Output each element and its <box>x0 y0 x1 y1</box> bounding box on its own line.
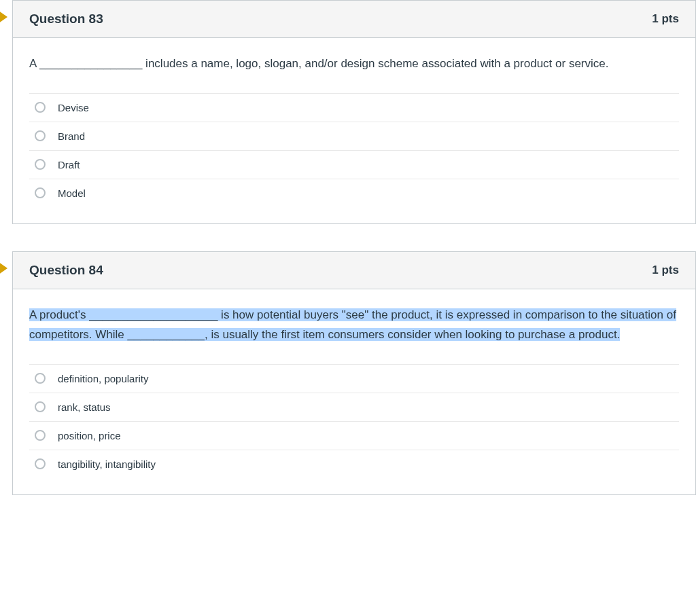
highlighted-text: consider when looking to purchase a prod… <box>387 328 620 341</box>
answer-label: Model <box>58 187 86 199</box>
answer-option[interactable]: Brand <box>29 122 679 151</box>
question-points: 1 pts <box>652 12 679 26</box>
answer-option[interactable]: Draft <box>29 151 679 179</box>
question-body: A product's ____________________ is how … <box>13 289 695 494</box>
radio-icon[interactable] <box>35 373 46 384</box>
radio-icon[interactable] <box>35 458 46 469</box>
answer-label: position, price <box>58 430 121 441</box>
answer-option[interactable]: Devise <box>29 94 679 122</box>
question-card: Question 841 ptsA product's ____________… <box>12 251 696 495</box>
answer-option[interactable]: tangibility, intangibility <box>29 450 679 478</box>
radio-icon[interactable] <box>35 130 46 141</box>
question-header: Question 841 pts <box>13 252 695 289</box>
radio-icon[interactable] <box>35 401 46 412</box>
answer-list: DeviseBrandDraftModel <box>29 93 679 207</box>
answer-option[interactable]: Model <box>29 179 679 207</box>
answer-label: rank, status <box>58 401 111 413</box>
answer-label: definition, popularity <box>58 373 148 384</box>
answer-option[interactable]: definition, popularity <box>29 365 679 393</box>
question-marker-icon <box>0 10 7 24</box>
radio-icon[interactable] <box>35 102 46 113</box>
answer-label: Brand <box>58 130 85 142</box>
question-body: A ________________ includes a name, logo… <box>13 38 695 223</box>
radio-icon[interactable] <box>35 187 46 198</box>
question-card: Question 831 ptsA ________________ inclu… <box>12 0 696 224</box>
answer-option[interactable]: position, price <box>29 422 679 450</box>
answer-list: definition, popularityrank, statuspositi… <box>29 364 679 478</box>
question-points: 1 pts <box>652 264 679 277</box>
radio-icon[interactable] <box>35 159 46 170</box>
answer-label: Draft <box>58 159 80 170</box>
question-header: Question 831 pts <box>13 1 695 38</box>
answer-option[interactable]: rank, status <box>29 393 679 422</box>
answer-label: tangibility, intangibility <box>58 458 156 470</box>
radio-icon[interactable] <box>35 430 46 441</box>
question-title: Question 84 <box>29 263 103 278</box>
question-marker-icon <box>0 261 7 275</box>
question-prompt: A ________________ includes a name, logo… <box>29 54 679 74</box>
answer-label: Devise <box>58 102 89 113</box>
question-prompt: A product's ____________________ is how … <box>29 306 679 345</box>
question-title: Question 83 <box>29 12 103 26</box>
